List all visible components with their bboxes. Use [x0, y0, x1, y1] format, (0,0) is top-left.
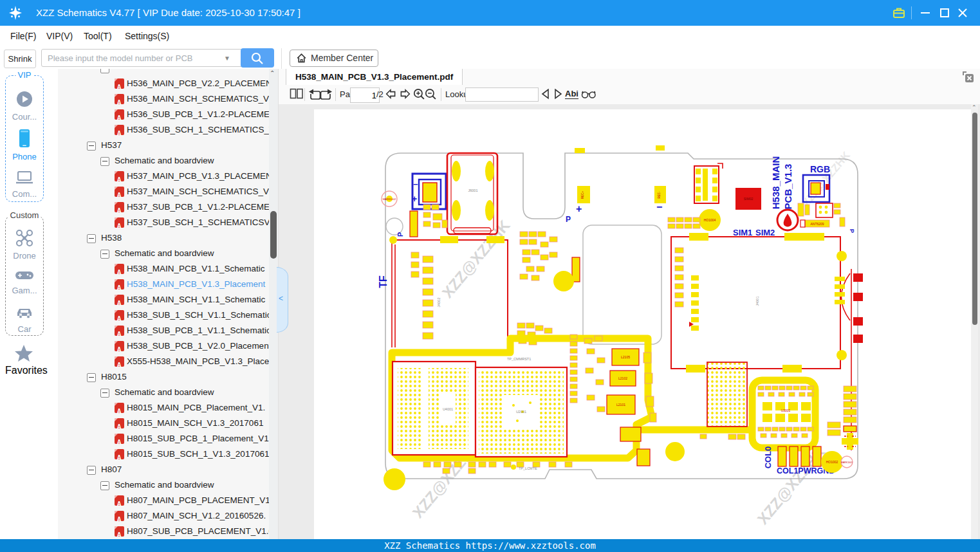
menu-file[interactable]: File(F): [10, 31, 36, 41]
tree-item-label: H537_SUB_SCH_1_SCHEMATICSV: [127, 215, 270, 230]
tree-file[interactable]: H8015_MAIN_SCH_V1.3_2017061: [58, 416, 270, 431]
tree-file[interactable]: H537_SUB_PCB_1_V1.2-PLACEMEN: [58, 199, 270, 215]
tree-item-label: H538_MAIN_PCB_V1.3_Placement: [127, 277, 265, 292]
member-center-button[interactable]: Member Center: [290, 50, 378, 67]
play-circle-icon: [15, 90, 33, 108]
rotate-right-icon[interactable]: [319, 88, 333, 101]
close-button[interactable]: [956, 6, 969, 19]
sidebar-item-drone[interactable]: Drone: [6, 229, 43, 261]
pdf-icon: [115, 109, 124, 120]
drone-icon: [15, 229, 33, 247]
tree-item-label: H537_MAIN_PCB_V1.3_PLACEMEN: [127, 169, 270, 184]
sidebar-item-car[interactable]: Car: [6, 305, 43, 334]
page-number-input[interactable]: [350, 87, 380, 103]
svg-text:TP_LCMTE: TP_LCMTE: [519, 466, 537, 470]
viewer-scrollbar-thumb[interactable]: [972, 113, 977, 325]
minimize-button[interactable]: [919, 6, 932, 19]
tree-file[interactable]: H807_MAIN_SCH_V1.2_20160526.: [58, 508, 270, 524]
tree-file[interactable]: H8015_SUB_PCB_1_Placement_V1: [58, 431, 270, 446]
sidebar-item-computer[interactable]: Com...: [6, 170, 43, 199]
tree-group[interactable]: Schematic and boardview: [58, 153, 270, 169]
svg-text:P: P: [566, 215, 571, 224]
pdf-page[interactable]: XZZ@XZZHK XZZ@XZZHK XZZ@XZZHK XZZ@XZZHK …: [314, 109, 971, 539]
tree-file[interactable]: H807_SUB_PCB_PLACEMENT_V1.0: [58, 524, 270, 539]
pdf-icon: [115, 187, 124, 197]
tree-file[interactable]: H538_SUB_PCB_1_V1.1_Schematic: [58, 323, 270, 338]
custom-group: Custom Drone Gam...: [5, 216, 44, 336]
menu-vip[interactable]: VIP(V): [46, 31, 73, 41]
match-case-icon[interactable]: Abi: [565, 89, 578, 99]
tree-file[interactable]: H8015_SUB_SCH_1_V1.3_2017061: [58, 446, 270, 462]
collapse-icon[interactable]: [87, 234, 96, 243]
tree-file[interactable]: H538_MAIN_SCH_V1.1_Schematic: [58, 292, 270, 308]
find-previous-icon[interactable]: [540, 88, 551, 100]
next-page-icon[interactable]: [399, 88, 411, 100]
tab-pdf-document[interactable]: H538_MAIN_PCB_V1.3_Placement.pdf: [286, 69, 463, 85]
collapse-icon[interactable]: [100, 389, 109, 398]
maximize-button[interactable]: [938, 6, 951, 19]
chevron-down-icon[interactable]: ▼: [224, 55, 230, 62]
zoom-in-icon[interactable]: [413, 88, 425, 100]
tree-file[interactable]: H538_SUB_1_SCH_V1.1_Schematic: [58, 308, 270, 323]
menu-tool[interactable]: Tool(T): [84, 31, 112, 41]
tree-group[interactable]: H537: [58, 138, 270, 153]
sidebar-item-course[interactable]: Cour...: [6, 90, 43, 122]
tree-file[interactable]: X555-H538_MAIN_PCB_V1.3_Place: [58, 354, 270, 369]
match-word-glasses-icon[interactable]: [581, 89, 596, 99]
tree-file[interactable]: H537_SUB_SCH_1_SCHEMATICSV: [58, 215, 270, 230]
tree-file[interactable]: H536_SUB_SCH_1_SCHEMATICS_V: [58, 122, 270, 138]
tree-file[interactable]: H538_SUB_PCB_1_V2.0_Placement: [58, 338, 270, 354]
close-all-tabs-icon[interactable]: [962, 71, 975, 84]
sidebar-item-game[interactable]: Gam...: [6, 269, 43, 295]
svg-text:REC-: REC-: [658, 191, 661, 199]
tree-item-label: H538_SUB_PCB_1_V2.0_Placement: [127, 338, 270, 354]
tree-group[interactable]: H538: [58, 230, 270, 246]
collapse-icon[interactable]: [87, 466, 96, 475]
tree-group[interactable]: Schematic and boardview: [58, 246, 270, 261]
tree-group[interactable]: Schematic and boardview: [58, 385, 270, 400]
tree-file[interactable]: H536_SUB_PCB_1_V1.2-PLACEMEN: [58, 107, 270, 122]
model-search-input[interactable]: [41, 49, 244, 67]
pdf-icon: [115, 356, 124, 367]
tree-file[interactable]: H536_MAIN_SCH_SCHEMATICS_V: [58, 91, 270, 107]
two-page-view-icon[interactable]: [290, 88, 304, 100]
tree-group[interactable]: H807: [58, 462, 270, 477]
sidebar-item-label: Car: [6, 324, 43, 334]
zoom-out-icon[interactable]: [425, 88, 437, 100]
collapse-icon[interactable]: [87, 373, 96, 382]
collapse-icon[interactable]: [87, 142, 96, 151]
briefcase-icon[interactable]: [892, 6, 906, 20]
tree-item-label: H537_MAIN_SCH_SCHEMATICS_V: [127, 184, 269, 199]
pdf-icon: [115, 264, 124, 274]
chevron-left-icon: <: [279, 294, 283, 303]
pdf-viewer-area[interactable]: XZZ@XZZHK XZZ@XZZHK XZZ@XZZHK XZZ@XZZHK …: [279, 104, 980, 539]
tree-file[interactable]: H8015_MAIN_PCB_Placement_V1.: [58, 400, 270, 416]
find-next-icon[interactable]: [553, 88, 564, 100]
sidebar-item-phone[interactable]: Phone: [6, 129, 43, 161]
tree-file[interactable]: H537_MAIN_SCH_SCHEMATICS_V: [58, 184, 270, 199]
tree-file[interactable]: H537_MAIN_PCB_V1.3_PLACEMEN: [58, 169, 270, 184]
collapse-icon[interactable]: [100, 250, 109, 259]
prev-page-icon[interactable]: [385, 88, 397, 100]
tree-scrollbar-thumb[interactable]: [270, 211, 277, 259]
toolbar-separator: [335, 88, 336, 101]
panel-collapse-handle[interactable]: <: [277, 267, 288, 333]
tree-group[interactable]: H8015: [58, 369, 270, 385]
tree-item-label: H807_MAIN_SCH_V1.2_20160526.: [127, 508, 266, 524]
tree-item-label: H8015_SUB_PCB_1_Placement_V1: [127, 431, 269, 446]
scroll-up-icon[interactable]: ⌃: [972, 104, 977, 111]
tree-file[interactable]: H536_MAIN_PCB_V2.2_PLACEMEN: [58, 76, 270, 91]
sidebar-item-favorites[interactable]: Favorites: [5, 344, 42, 376]
shrink-button[interactable]: Shrink: [4, 50, 36, 68]
tree-group[interactable]: Schematic and boardview: [58, 477, 270, 493]
tree-file[interactable]: H538_MAIN_PCB_V1.3_Placement: [58, 277, 270, 292]
viewer-scrollbar[interactable]: ⌃: [971, 104, 978, 539]
collapse-icon[interactable]: [100, 157, 109, 166]
lookup-input[interactable]: [465, 87, 539, 102]
collapse-icon[interactable]: [100, 481, 109, 490]
scroll-up-icon[interactable]: ⌃: [270, 69, 275, 77]
menu-settings[interactable]: Settings(S): [125, 31, 169, 41]
search-button[interactable]: [241, 48, 274, 68]
tree-file[interactable]: H807_MAIN_PCB_PLACEMENT_V1: [58, 493, 270, 508]
tree-file[interactable]: H538_MAIN_PCB_V1.1_Schematic: [58, 261, 270, 277]
